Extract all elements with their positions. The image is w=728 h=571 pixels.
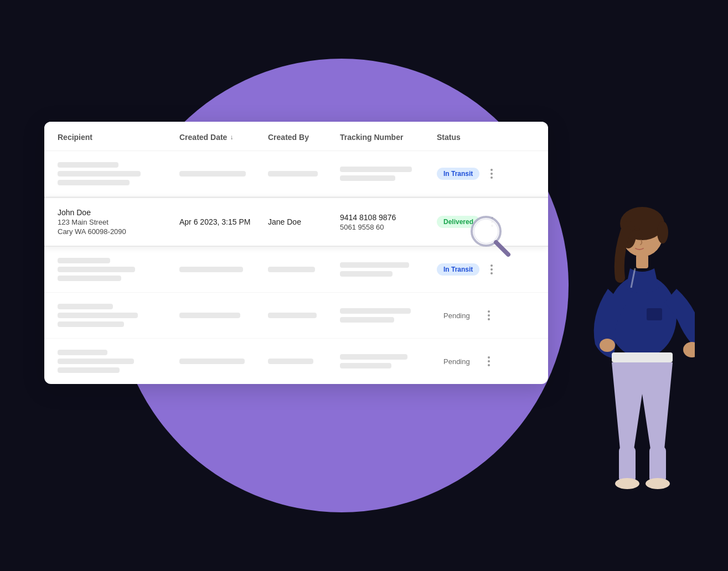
skeleton-block (268, 171, 318, 177)
tracking-line1: 9414 8108 9876 (340, 213, 437, 222)
skeleton-block (268, 313, 317, 318)
svg-rect-11 (612, 352, 673, 362)
skeleton-block (179, 267, 243, 272)
scene: Recipient Created Date ↓ Created By Trac… (0, 0, 728, 571)
svg-rect-10 (647, 308, 662, 320)
skeleton-block (340, 175, 395, 181)
skeleton-block (58, 321, 124, 327)
magnifying-glass-icon (465, 210, 515, 260)
skeleton-block (58, 276, 121, 281)
row-menu-button[interactable] (483, 354, 494, 368)
status-badge-pending: Pending (437, 309, 477, 322)
skeleton-block (58, 304, 113, 309)
skeleton-block (268, 267, 315, 272)
recipient-address1: 123 Main Street (58, 218, 179, 226)
recipient-name: John Doe (58, 208, 179, 217)
tracking-line2: 5061 9558 60 (340, 223, 437, 231)
recipient-address2: Cary WA 60098-2090 (58, 227, 179, 236)
col-header-recipient: Recipient (58, 133, 179, 142)
svg-point-17 (634, 233, 639, 238)
skeleton-block (340, 271, 393, 277)
svg-rect-13 (649, 447, 666, 482)
skeleton-block (340, 167, 412, 172)
table-row: Pending (44, 293, 548, 339)
row-menu-button[interactable] (483, 308, 494, 323)
svg-point-6 (657, 221, 668, 243)
svg-rect-7 (636, 255, 648, 268)
sort-arrow-icon: ↓ (230, 133, 233, 141)
skeleton-block (58, 359, 134, 364)
created-by-value: Jane Doe (268, 217, 340, 226)
col-header-created-by: Created By (268, 133, 340, 142)
table-row: Pending (44, 339, 548, 384)
skeleton-block (179, 359, 245, 364)
svg-line-1 (496, 242, 508, 255)
skeleton-block (58, 171, 141, 177)
svg-point-14 (615, 478, 639, 489)
svg-point-16 (600, 339, 615, 352)
skeleton-block (58, 367, 120, 373)
row-menu-button[interactable] (486, 167, 497, 181)
svg-rect-12 (619, 447, 636, 482)
svg-point-15 (646, 478, 670, 489)
skeleton-block (268, 359, 313, 364)
svg-point-9 (683, 342, 695, 357)
skeleton-block (58, 258, 110, 263)
skeleton-block (58, 313, 138, 318)
table-row: In Transit (44, 151, 548, 197)
created-date-value: Apr 6 2023, 3:15 PM (179, 217, 268, 226)
skeleton-block (340, 363, 391, 368)
col-header-tracking: Tracking Number (340, 133, 437, 142)
col-header-status: Status (437, 133, 535, 142)
skeleton-block (58, 350, 107, 355)
table-header: Recipient Created Date ↓ Created By Trac… (44, 122, 548, 151)
skeleton-block (340, 308, 411, 314)
status-badge-pending: Pending (437, 355, 477, 368)
skeleton-block (58, 180, 130, 185)
row-menu-button[interactable] (486, 262, 497, 277)
skeleton-block (179, 313, 240, 318)
person-illustration (540, 195, 695, 516)
skeleton-block (179, 171, 246, 177)
skeleton-block (340, 317, 394, 323)
skeleton-block (340, 262, 409, 268)
skeleton-block (340, 354, 407, 360)
status-badge-in-transit: In Transit (437, 168, 479, 180)
status-badge-in-transit: In Transit (437, 263, 479, 276)
skeleton-block (58, 162, 118, 168)
col-header-created-date[interactable]: Created Date ↓ (179, 133, 268, 142)
skeleton-block (58, 267, 135, 272)
